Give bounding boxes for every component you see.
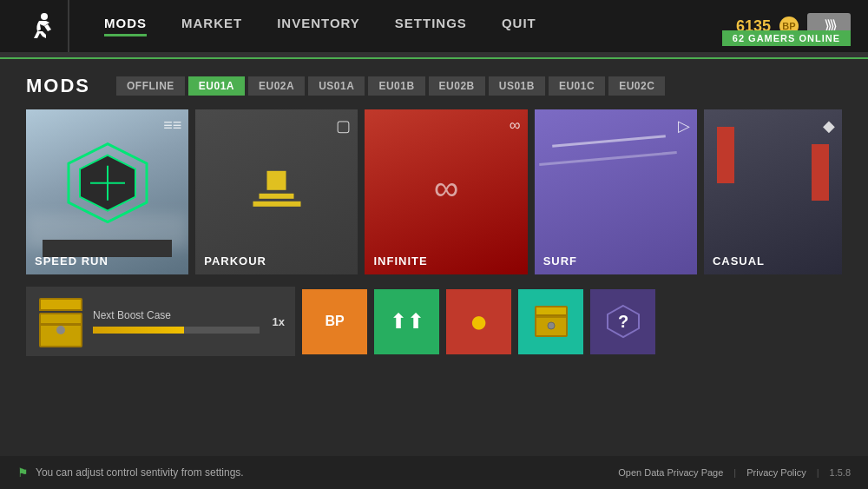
bp-icon: BP	[325, 314, 344, 329]
footer-sep-1: |	[733, 467, 736, 478]
version-label: 1.5.8	[830, 467, 851, 478]
main-content: MODS OFFLINE EU01A EU02A US01A EU01B EU0…	[0, 59, 868, 356]
svg-text:?: ?	[617, 312, 628, 331]
nav-underline	[0, 52, 868, 59]
parkour-badge: ▢	[336, 116, 351, 135]
section-header: MODS OFFLINE EU01A EU02A US01A EU01B EU0…	[26, 75, 842, 97]
tab-us01b[interactable]: US01B	[489, 76, 545, 96]
svg-point-8	[548, 322, 555, 329]
surf-badge: ▷	[678, 116, 690, 135]
speedrun-label: SPEED RUN	[35, 254, 108, 268]
arrows-icon: ⬆⬆	[390, 309, 424, 334]
chest-lock	[56, 326, 65, 334]
privacy-policy-link[interactable]: Privacy Policy	[746, 467, 806, 478]
casual-badge: ◆	[823, 116, 835, 135]
game-card-speedrun[interactable]: ≡≡ SPEED RUN	[26, 109, 188, 274]
tab-us01a[interactable]: US01A	[308, 76, 365, 96]
casual-visual-1	[717, 127, 734, 183]
nav-mods[interactable]: MODS	[104, 16, 147, 36]
surf-label: SURF	[543, 254, 577, 268]
tab-eu02c[interactable]: EU02C	[608, 76, 665, 96]
tab-eu02a[interactable]: EU02A	[248, 76, 305, 96]
game-card-casual[interactable]: ◆ CASUAL	[704, 109, 842, 274]
speedrun-visual	[64, 140, 151, 230]
header: MODS MARKET INVENTORY SETTINGS QUIT 6135…	[0, 0, 868, 52]
runner-icon	[27, 10, 58, 42]
casual-visual-2	[812, 144, 829, 201]
chest-lid	[39, 298, 82, 311]
game-card-surf[interactable]: ▷ SURF	[535, 109, 697, 274]
game-modes-grid: ≡≡ SPEED RUN ▢ PARKOUR ∞ ∞ INFINITE ▷	[26, 109, 842, 274]
speedrun-badge: ≡≡	[163, 116, 181, 135]
parkour-label: PARKOUR	[204, 254, 266, 268]
parkour-visual	[253, 171, 300, 209]
arrows-button[interactable]: ⬆⬆	[374, 289, 439, 354]
bp-button[interactable]: BP	[302, 289, 367, 354]
chest-body	[39, 313, 82, 347]
tab-eu01a[interactable]: EU01A	[188, 76, 245, 96]
tab-eu01b[interactable]: EU01B	[368, 76, 424, 96]
boost-progress-fill	[93, 327, 184, 334]
nav-market[interactable]: MARKET	[181, 16, 242, 36]
footer-links: Open Data Privacy Page | Privacy Policy …	[618, 467, 851, 478]
boost-count: 1x	[273, 315, 285, 328]
hint-icon: ⚑	[17, 466, 29, 479]
nav-links: MODS MARKET INVENTORY SETTINGS QUIT	[104, 16, 736, 36]
nav-quit[interactable]: QUIT	[502, 16, 536, 36]
infinite-visual: ∞	[434, 169, 459, 208]
svg-rect-6	[536, 307, 567, 315]
boost-case-image	[36, 298, 84, 346]
svg-point-0	[41, 13, 48, 20]
footer-sep-2: |	[817, 467, 819, 478]
logo-area	[17, 0, 69, 52]
tab-eu01c[interactable]: EU01C	[549, 76, 605, 96]
boost-case-section: Next Boost Case 1x	[26, 287, 295, 356]
privacy-page-link[interactable]: Open Data Privacy Page	[618, 467, 723, 478]
nav-inventory[interactable]: INVENTORY	[277, 16, 360, 36]
case-icon	[534, 305, 569, 338]
infinite-badge: ∞	[510, 116, 521, 135]
infinite-label: INFINITE	[373, 254, 427, 268]
boost-case-label: Next Boost Case	[93, 309, 260, 321]
surf-visual	[535, 127, 697, 274]
section-title: MODS	[26, 75, 90, 97]
boost-case-info: Next Boost Case	[93, 309, 260, 334]
quest-button[interactable]: ?	[590, 289, 655, 354]
coin-button[interactable]: ●	[446, 289, 511, 354]
bottom-row: Next Boost Case 1x BP ⬆⬆ ●	[26, 287, 842, 356]
quest-icon: ?	[606, 304, 641, 339]
tab-eu02b[interactable]: EU02B	[429, 76, 485, 96]
nav-settings[interactable]: SETTINGS	[395, 16, 467, 36]
coin-button-icon: ●	[470, 303, 489, 340]
case-button[interactable]	[518, 289, 583, 354]
game-card-infinite[interactable]: ∞ ∞ INFINITE	[365, 109, 527, 274]
game-card-parkour[interactable]: ▢ PARKOUR	[195, 109, 358, 274]
server-tabs: OFFLINE EU01A EU02A US01A EU01B EU02B US…	[116, 76, 665, 96]
footer-hint: ⚑ You can adjust control sentivity from …	[17, 466, 244, 479]
casual-label: CASUAL	[713, 254, 765, 268]
hint-text: You can adjust control sentivity from se…	[36, 466, 244, 479]
footer: ⚑ You can adjust control sentivity from …	[0, 456, 868, 489]
tab-offline[interactable]: OFFLINE	[116, 76, 185, 96]
boost-progress-bar	[93, 327, 260, 334]
online-badge: 62 GAMERS ONLINE	[722, 30, 851, 46]
